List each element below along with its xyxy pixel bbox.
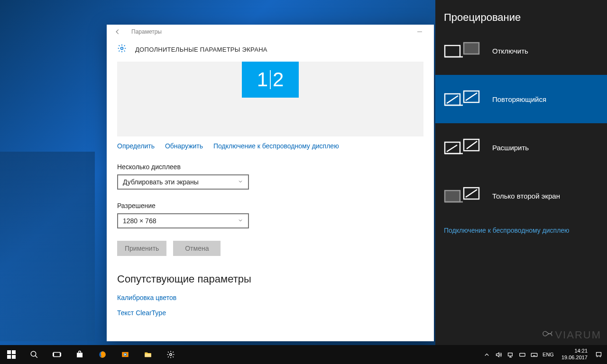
project-extend-icon [444,136,481,159]
task-view-button[interactable] [46,345,68,364]
project-item-label: Отключить [492,47,528,55]
tray-chevron-icon[interactable] [483,351,490,358]
svg-rect-2 [445,46,460,57]
detect-link[interactable]: Определить [117,142,155,150]
chevron-down-icon [238,178,243,186]
resolution-select[interactable]: 607 × 364 [117,213,249,228]
back-button[interactable] [110,25,125,39]
time: 14:21 [561,348,588,355]
svg-rect-3 [464,43,479,54]
watermark-text: VIARUM [555,329,601,341]
project-item-label: Повторяющийся [492,95,546,103]
desktop: Параметры ДОПОЛНИТЕЛЬНЫЕ ПАРАМЕТРЫ ЭКРАН… [0,0,607,364]
settings-window: Параметры ДОПОЛНИТЕЛЬНЫЕ ПАРАМЕТРЫ ЭКРАН… [107,25,434,341]
infinity-icon [540,329,553,341]
settings-taskbar-icon[interactable] [159,345,182,364]
media-player-icon[interactable] [114,345,137,364]
firefox-icon[interactable] [91,345,114,364]
search-button[interactable] [23,345,46,364]
cleartype-link[interactable]: Текст ClearType [117,309,423,317]
project-disconnect-icon [444,39,481,62]
project-item-second-only[interactable]: Только второй экран [435,172,607,220]
page-title: ДОПОЛНИТЕЛЬНЫЕ ПАРАМЕТРЫ ЭКРАНА [135,46,267,53]
svg-rect-8 [445,191,460,202]
display-number-2: 2 [273,68,284,91]
resolution-value: 607 × 364 [123,217,156,225]
watermark: VIARUM [540,329,601,341]
svg-rect-12 [7,355,11,359]
project-wireless-link[interactable]: Подключение к беспроводному дисплею [435,220,607,234]
project-title: Проецирование [435,0,607,27]
svg-rect-25 [531,353,537,356]
volume-icon[interactable] [495,351,502,358]
project-duplicate-icon [444,88,481,110]
system-tray: ENG 14:21 19.06.2017 [483,348,607,361]
svg-rect-10 [7,350,11,354]
related-title: Сопутствующие параметры [117,273,423,285]
input-icon[interactable] [519,351,526,358]
minimize-button[interactable] [409,25,430,39]
date: 19.06.2017 [561,355,588,361]
taskbar: ENG 14:21 19.06.2017 [0,345,607,364]
keyboard-icon[interactable] [531,351,538,358]
project-item-label: Только второй экран [492,192,560,200]
svg-rect-15 [54,353,60,357]
window-title: Параметры [131,28,162,35]
multi-displays-value: Дублировать эти экраны [123,178,199,186]
multi-displays-label: Несколько дисплеев [117,163,423,171]
language-indicator[interactable]: ENG [543,352,554,357]
svg-point-1 [121,47,123,50]
store-icon[interactable] [68,345,91,364]
wireless-link[interactable]: Подключение к беспроводному дисплею [213,142,339,150]
network-icon[interactable] [507,351,514,358]
project-item-disconnect[interactable]: Отключить [435,27,607,75]
project-item-duplicate[interactable]: Повторяющийся [435,75,607,123]
tile-separator [270,70,271,89]
project-item-extend[interactable]: Расширить [435,123,607,172]
apply-button[interactable]: Применить [117,241,166,256]
project-item-label: Расширить [492,144,529,152]
project-second-icon [444,184,481,207]
multi-displays-select[interactable]: Дублировать эти экраны [117,174,249,190]
svg-point-22 [170,354,172,356]
gear-icon [117,44,127,55]
cancel-button[interactable]: Отмена [173,241,221,256]
display-tile-combined[interactable]: 1 2 [242,62,299,98]
titlebar: Параметры [107,25,434,39]
identify-link[interactable]: Обнаружить [165,142,203,150]
clock[interactable]: 14:21 19.06.2017 [559,348,590,361]
project-panel: Проецирование Отключить Повторяющийся [435,0,607,345]
svg-rect-11 [12,350,16,354]
svg-rect-23 [508,353,513,355]
svg-rect-24 [520,353,525,356]
chevron-down-icon [238,217,243,225]
svg-rect-26 [597,352,601,356]
svg-rect-13 [12,355,16,359]
svg-rect-16 [53,353,54,356]
file-explorer-icon[interactable] [137,345,159,364]
calibration-link[interactable]: Калибровка цветов [117,294,423,301]
start-button[interactable] [0,345,23,364]
svg-rect-17 [60,353,61,356]
svg-rect-21 [145,354,151,357]
svg-point-14 [31,351,36,356]
display-preview[interactable]: 1 2 [117,62,423,136]
resolution-label: Разрешение [117,202,423,209]
display-number-1: 1 [257,68,268,91]
action-center-icon[interactable] [595,351,602,358]
